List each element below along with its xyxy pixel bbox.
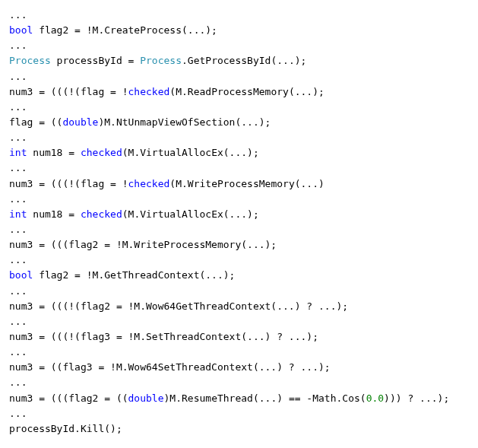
code-token-kw: double — [128, 392, 164, 404]
code-token: num18 = — [27, 208, 80, 220]
code-token: num3 = (((!(flag3 = !M.SetThreadContext(… — [9, 331, 318, 342]
code-token: )M.NtUnmapViewOfSection(...); — [98, 116, 271, 128]
code-token: processById = — [51, 55, 140, 66]
code-token: (M.ReadProcessMemory(...); — [169, 86, 324, 97]
code-token: flag2 = !M.CreateProcess(...); — [33, 24, 217, 36]
code-token-kw: bool — [9, 269, 33, 281]
code-token-kw: int — [9, 208, 27, 220]
code-token: num3 = (((!(flag = ! — [9, 178, 128, 189]
code-token-fn: checked — [128, 86, 170, 97]
code-token: num3 = (((flag2 = (( — [9, 392, 128, 404]
code-token: num3 = (((flag2 = !M.WriteProcessMemory(… — [9, 239, 277, 250]
code-token: ... — [9, 224, 27, 235]
code-token: ... — [9, 132, 27, 143]
code-token-fn: checked — [128, 178, 170, 189]
code-token: num3 = (((!(flag2 = !M.Wow64GetThreadCon… — [9, 300, 348, 312]
code-token-fn: checked — [81, 208, 122, 220]
code-token: .GetProcessById(...); — [182, 55, 306, 66]
code-token-kw: int — [9, 147, 27, 158]
code-token: ... — [9, 346, 27, 357]
code-token: ... — [9, 408, 27, 419]
code-snippet: ... bool flag2 = !M.CreateProcess(...); … — [0, 0, 478, 444]
code-token-kw: bool — [9, 24, 33, 36]
code-token: ... — [9, 193, 27, 205]
code-token-num: 0.0 — [366, 392, 384, 404]
code-token: ... — [9, 377, 27, 388]
code-token-typ: Process — [9, 55, 51, 66]
code-token: ... — [9, 71, 27, 82]
code-token: num3 = (((!(flag = ! — [9, 86, 128, 97]
code-token: )M.ResumeThread(...) == -Math.Cos( — [164, 392, 366, 404]
code-token: ... — [9, 285, 27, 297]
code-token: (M.VirtualAllocEx(...); — [122, 147, 259, 158]
code-token: flag2 = !M.GetThreadContext(...); — [33, 269, 235, 281]
code-token-typ: Process — [140, 55, 182, 66]
code-token-fn: checked — [81, 147, 122, 158]
code-token: flag = (( — [9, 116, 62, 128]
code-token: ... — [9, 9, 27, 21]
code-token: processById.Kill(); — [9, 423, 122, 434]
code-token: num18 = — [27, 147, 80, 158]
code-token: ... — [9, 40, 27, 51]
code-token: (M.WriteProcessMemory(...) — [169, 178, 324, 189]
code-token-kw: double — [62, 116, 98, 128]
code-token: ... — [9, 101, 27, 113]
code-token: ... — [9, 254, 27, 265]
code-token: ... — [9, 316, 27, 327]
code-token: (M.VirtualAllocEx(...); — [122, 208, 259, 220]
code-token: ... — [9, 162, 27, 173]
code-token: num3 = ((flag3 = !M.Wow64SetThreadContex… — [9, 361, 331, 373]
code-token: ))) ? ...); — [384, 392, 449, 404]
